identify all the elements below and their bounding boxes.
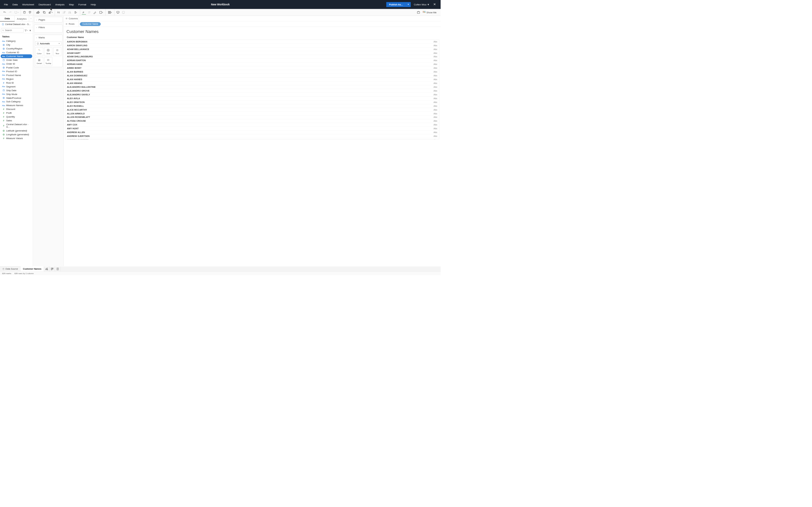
sort-desc-button[interactable] bbox=[67, 10, 72, 14]
duplicate-button[interactable] bbox=[42, 10, 46, 14]
table-row[interactable]: ALEJANDRO GROVEAbc bbox=[65, 89, 439, 93]
close-button[interactable]: ✕ bbox=[433, 2, 437, 7]
rows-shelf[interactable]: Rows Customer Name bbox=[64, 21, 441, 26]
field-category[interactable]: AbcCategory bbox=[1, 39, 32, 43]
new-dashboard-button[interactable] bbox=[49, 267, 55, 272]
table-row[interactable]: ALEX RUSSELLAbc bbox=[65, 104, 439, 108]
table-row[interactable]: ADRIAN HANEAbc bbox=[65, 63, 439, 66]
table-row[interactable]: ALAN HWANGAbc bbox=[65, 81, 439, 85]
table-row[interactable]: ANDREW ROBERTSAbc bbox=[65, 138, 439, 139]
menu-help[interactable]: Help bbox=[89, 2, 98, 7]
table-row[interactable]: ADRIAN BARTONAbc bbox=[65, 59, 439, 63]
table-row[interactable]: ADAM BELLAVANCEAbc bbox=[65, 48, 439, 51]
menu-map[interactable]: Map bbox=[67, 2, 76, 7]
swap-button[interactable] bbox=[56, 10, 61, 14]
field-order-date[interactable]: Order Date bbox=[1, 58, 32, 62]
fit-button[interactable]: ▾ bbox=[98, 10, 104, 14]
table-row[interactable]: AMY COXAbc bbox=[65, 123, 439, 127]
mark-detail-button[interactable]: Detail bbox=[35, 57, 43, 66]
search-input[interactable] bbox=[5, 29, 22, 32]
tab-data[interactable]: Data bbox=[0, 16, 14, 21]
field-longitude-generated-[interactable]: Longitude (generated) bbox=[1, 132, 32, 136]
filter-fields-button[interactable]: ▾ bbox=[24, 29, 28, 32]
revert-button[interactable]: ▾ bbox=[13, 10, 19, 14]
menu-format[interactable]: Format bbox=[76, 2, 89, 7]
table-row[interactable]: ADAM HARTAbc bbox=[65, 51, 439, 55]
field-profit[interactable]: #Profit bbox=[1, 111, 32, 115]
pause-auto-updates-button[interactable] bbox=[28, 10, 32, 14]
table-row[interactable]: AIMEE BIXBYAbc bbox=[65, 66, 439, 70]
field-sales[interactable]: #Sales bbox=[1, 118, 32, 122]
tab-analytics[interactable]: Analytics bbox=[14, 16, 29, 21]
table-row[interactable]: ALAN BARNESAbc bbox=[65, 70, 439, 74]
field-ship-mode[interactable]: AbcShip Mode bbox=[1, 92, 32, 96]
table-row[interactable]: ALEX GRAYSONAbc bbox=[65, 101, 439, 104]
menu-analysis[interactable]: Analysis bbox=[53, 2, 67, 7]
new-sheet-toolbar-button[interactable]: ▾ bbox=[35, 10, 41, 14]
column-header[interactable]: Customer Name bbox=[65, 36, 358, 40]
table-row[interactable]: ANDREW GJERTSENAbc bbox=[65, 134, 439, 138]
totals-button[interactable]: Σ▾ bbox=[73, 10, 79, 14]
field-segment[interactable]: AbcSegment bbox=[1, 84, 32, 89]
table-row[interactable]: ANDREW ALLENAbc bbox=[65, 130, 439, 134]
table-row[interactable]: ALAN DOMINGUEZAbc bbox=[65, 74, 439, 78]
table-row[interactable]: AMY HUNTAbc bbox=[65, 127, 439, 131]
field-product-name[interactable]: AbcProduct Name bbox=[1, 73, 32, 77]
mark-size-button[interactable]: Size bbox=[44, 47, 52, 56]
table-row[interactable]: AARON BERGMANAbc bbox=[65, 40, 439, 44]
menu-data[interactable]: Data bbox=[10, 2, 20, 7]
field-region[interactable]: AbcRegion bbox=[1, 77, 32, 81]
table-row[interactable]: ALLEN ARMOLDAbc bbox=[65, 112, 439, 116]
datasource-item[interactable]: Central Dataset.xlsx - S... bbox=[0, 21, 33, 27]
table-row[interactable]: ALEJANDRO BALLENTINEAbc bbox=[65, 85, 439, 89]
mark-type-dropdown[interactable]: Automatic bbox=[35, 41, 61, 46]
data-guide-button[interactable] bbox=[416, 10, 420, 14]
rows-pill-customer-name[interactable]: Customer Name bbox=[80, 22, 101, 26]
field-state-province[interactable]: State/Province bbox=[1, 96, 32, 100]
field-quantity[interactable]: #Quantity bbox=[1, 115, 32, 119]
table-row[interactable]: ADAM SHILLINGSBURGAbc bbox=[65, 55, 439, 59]
mark-text-button[interactable]: TText bbox=[53, 47, 61, 56]
labels-button[interactable] bbox=[87, 10, 92, 14]
field-order-id[interactable]: AbcOrder ID bbox=[1, 62, 32, 66]
publish-button[interactable]: Publish As... bbox=[386, 2, 406, 7]
field-postal-code[interactable]: Postal Code bbox=[1, 66, 32, 69]
new-datasource-button[interactable] bbox=[22, 10, 27, 14]
table-row[interactable]: ALEX AVILAAbc bbox=[65, 97, 439, 101]
table-row[interactable]: AARON SMAYLINGAbc bbox=[65, 44, 439, 48]
field-customer-name[interactable]: AbcCustomer Name bbox=[1, 54, 32, 58]
device-preview-button[interactable] bbox=[121, 10, 125, 14]
field-country-region[interactable]: Country/Region bbox=[1, 47, 32, 51]
show-me-button[interactable]: Show Me bbox=[423, 11, 437, 14]
field-latitude-generated-[interactable]: Latitude (generated) bbox=[1, 129, 32, 132]
format-button[interactable] bbox=[93, 10, 97, 14]
field-discount[interactable]: #Discount bbox=[1, 107, 32, 111]
data-source-tab[interactable]: Data Source bbox=[0, 267, 20, 272]
menu-worksheet[interactable]: Worksheet bbox=[20, 2, 37, 7]
highlight-button[interactable] bbox=[82, 10, 86, 14]
new-story-button[interactable] bbox=[55, 267, 60, 272]
mark-color-button[interactable]: Color bbox=[35, 47, 43, 56]
field-measure-values[interactable]: #Measure Values bbox=[1, 136, 32, 140]
sort-asc-button[interactable] bbox=[62, 10, 66, 14]
menu-file[interactable]: File bbox=[2, 2, 10, 7]
columns-shelf[interactable]: Columns bbox=[64, 16, 441, 21]
publish-caret[interactable]: ▼ bbox=[406, 2, 411, 7]
clear-button[interactable]: ▾ bbox=[48, 10, 53, 14]
pages-shelf[interactable]: ⌄Pages bbox=[34, 17, 62, 22]
redo-button[interactable] bbox=[8, 10, 12, 14]
field-ship-date[interactable]: Ship Date bbox=[1, 89, 32, 92]
sheet-tab-active[interactable]: Customer Names bbox=[20, 266, 44, 271]
filters-shelf[interactable]: ⌄Filters bbox=[34, 25, 62, 33]
search-input-wrap[interactable] bbox=[1, 28, 23, 33]
user-menu[interactable]: Colten Woo ▼ bbox=[414, 3, 429, 6]
field-central-dataset-xlsx-s-[interactable]: #Central Dataset.xlsx - S... bbox=[1, 122, 32, 129]
field-measure-names[interactable]: AbcMeasure Names bbox=[1, 104, 32, 107]
field-product-id[interactable]: AbcProduct ID bbox=[1, 69, 32, 73]
table-row[interactable]: ALYSSA CROUSEAbc bbox=[65, 119, 439, 123]
new-worksheet-button[interactable] bbox=[44, 267, 49, 272]
table-row[interactable]: ALLEN ROSENBLATTAbc bbox=[65, 116, 439, 119]
field-customer-id[interactable]: AbcCustomer ID bbox=[1, 51, 32, 55]
menu-dashboard[interactable]: Dashboard bbox=[37, 2, 53, 7]
mark-tooltip-button[interactable]: Tooltip bbox=[44, 57, 52, 66]
